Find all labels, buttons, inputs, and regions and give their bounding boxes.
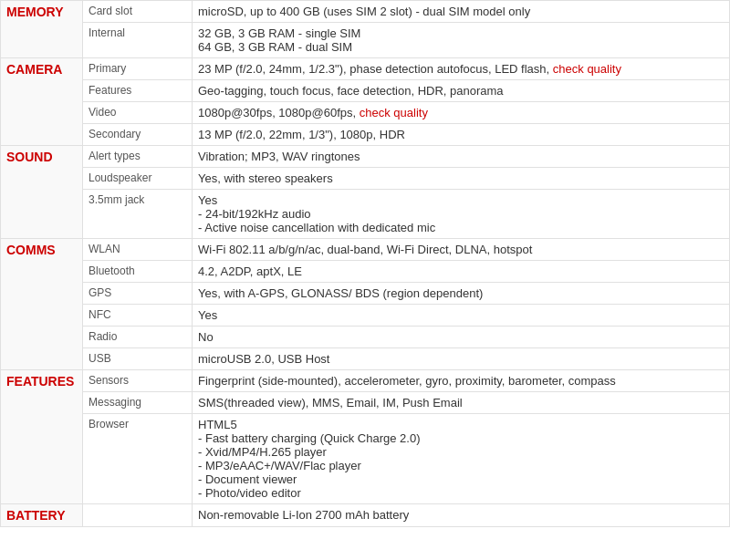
value-cell: Wi-Fi 802.11 a/b/g/n/ac, dual-band, Wi-F…	[193, 239, 730, 261]
subcategory-cell: GPS	[83, 283, 193, 305]
check-quality-link[interactable]: check quality	[553, 62, 621, 76]
category-cell: MEMORY	[1, 1, 83, 58]
category-cell: BATTERY	[1, 504, 83, 527]
table-row: BrowserHTML5- Fast battery charging (Qui…	[1, 414, 730, 504]
table-row: USBmicroUSB 2.0, USB Host	[1, 348, 730, 370]
subcategory-cell: 3.5mm jack	[83, 190, 193, 239]
value-cell: 13 MP (f/2.0, 22mm, 1/3"), 1080p, HDR	[193, 124, 730, 146]
value-cell: 32 GB, 3 GB RAM - single SIM64 GB, 3 GB …	[193, 23, 730, 58]
table-row: FeaturesGeo-tagging, touch focus, face d…	[1, 80, 730, 102]
subcategory-cell	[83, 504, 193, 527]
table-row: RadioNo	[1, 327, 730, 348]
subcategory-cell: Messaging	[83, 392, 193, 414]
check-quality-link[interactable]: check quality	[360, 106, 428, 119]
value-cell: 4.2, A2DP, aptX, LE	[193, 261, 730, 283]
subcategory-cell: Sensors	[83, 370, 193, 392]
table-row: 3.5mm jackYes- 24-bit/192kHz audio- Acti…	[1, 190, 730, 239]
subcategory-cell: Browser	[83, 414, 193, 504]
subcategory-cell: Card slot	[83, 1, 193, 23]
value-cell: Yes, with stereo speakers	[193, 168, 730, 190]
value-cell: Vibration; MP3, WAV ringtones	[193, 146, 730, 168]
table-row: MEMORYCard slotmicroSD, up to 400 GB (us…	[1, 1, 730, 23]
subcategory-cell: USB	[83, 348, 193, 370]
table-row: LoudspeakerYes, with stereo speakers	[1, 168, 730, 190]
value-cell: 23 MP (f/2.0, 24mm, 1/2.3"), phase detec…	[193, 58, 730, 80]
category-cell: SOUND	[1, 146, 83, 239]
value-cell: Yes- 24-bit/192kHz audio- Active noise c…	[193, 190, 730, 239]
value-cell: 1080p@30fps, 1080p@60fps, check quality	[193, 102, 730, 124]
value-cell: microUSB 2.0, USB Host	[193, 348, 730, 370]
category-cell: COMMS	[1, 239, 83, 370]
table-row: GPSYes, with A-GPS, GLONASS/ BDS (region…	[1, 283, 730, 305]
table-row: NFCYes	[1, 305, 730, 327]
value-cell: Yes, with A-GPS, GLONASS/ BDS (region de…	[193, 283, 730, 305]
table-row: Secondary13 MP (f/2.0, 22mm, 1/3"), 1080…	[1, 124, 730, 146]
table-row: SOUNDAlert typesVibration; MP3, WAV ring…	[1, 146, 730, 168]
subcategory-cell: Video	[83, 102, 193, 124]
subcategory-cell: Internal	[83, 23, 193, 58]
table-row: BATTERYNon-removable Li-Ion 2700 mAh bat…	[1, 504, 730, 527]
table-row: CAMERAPrimary23 MP (f/2.0, 24mm, 1/2.3")…	[1, 58, 730, 80]
table-row: MessagingSMS(threaded view), MMS, Email,…	[1, 392, 730, 414]
value-cell: Non-removable Li-Ion 2700 mAh battery	[193, 504, 730, 527]
subcategory-cell: Secondary	[83, 124, 193, 146]
subcategory-cell: Loudspeaker	[83, 168, 193, 190]
category-cell: CAMERA	[1, 58, 83, 146]
table-row: COMMSWLANWi-Fi 802.11 a/b/g/n/ac, dual-b…	[1, 239, 730, 261]
subcategory-cell: WLAN	[83, 239, 193, 261]
subcategory-cell: Alert types	[83, 146, 193, 168]
subcategory-cell: Radio	[83, 327, 193, 348]
subcategory-cell: NFC	[83, 305, 193, 327]
table-row: FEATURESSensorsFingerprint (side-mounted…	[1, 370, 730, 392]
subcategory-cell: Primary	[83, 58, 193, 80]
value-cell: HTML5- Fast battery charging (Quick Char…	[193, 414, 730, 504]
subcategory-cell: Bluetooth	[83, 261, 193, 283]
value-cell: Yes	[193, 305, 730, 327]
value-cell: Fingerprint (side-mounted), acceleromete…	[193, 370, 730, 392]
value-cell: microSD, up to 400 GB (uses SIM 2 slot) …	[193, 1, 730, 23]
spec-table: MEMORYCard slotmicroSD, up to 400 GB (us…	[0, 0, 730, 527]
subcategory-cell: Features	[83, 80, 193, 102]
value-cell: No	[193, 327, 730, 348]
table-row: Video1080p@30fps, 1080p@60fps, check qua…	[1, 102, 730, 124]
table-row: Internal32 GB, 3 GB RAM - single SIM64 G…	[1, 23, 730, 58]
value-cell: SMS(threaded view), MMS, Email, IM, Push…	[193, 392, 730, 414]
table-row: Bluetooth4.2, A2DP, aptX, LE	[1, 261, 730, 283]
value-cell: Geo-tagging, touch focus, face detection…	[193, 80, 730, 102]
category-cell: FEATURES	[1, 370, 83, 504]
